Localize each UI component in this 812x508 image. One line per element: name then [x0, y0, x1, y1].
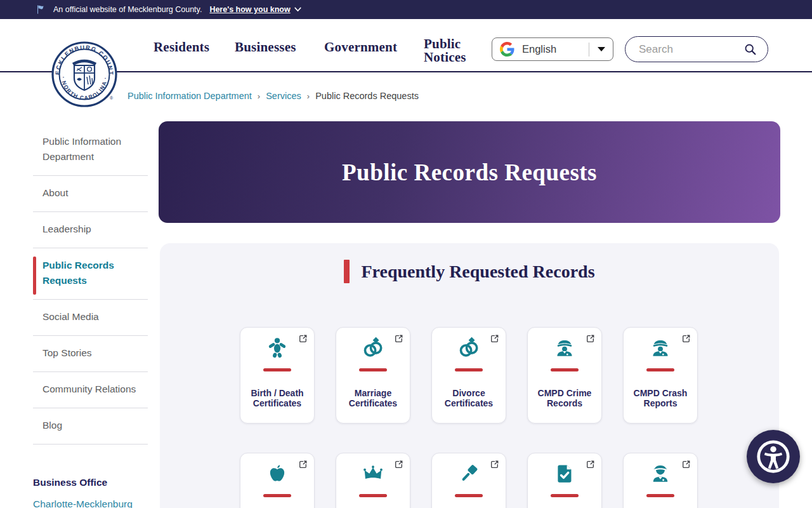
card-accent-divider — [455, 494, 483, 497]
crown-icon — [361, 462, 385, 486]
search-icon[interactable] — [743, 43, 757, 57]
external-link-icon — [681, 459, 691, 470]
sidebar-nav: Public Information Department About Lead… — [33, 124, 148, 444]
site-search — [625, 36, 768, 62]
nav-businesses[interactable]: Businesses — [235, 39, 296, 55]
police-officer-icon — [648, 336, 672, 360]
external-link-icon — [393, 459, 404, 470]
nav-residents[interactable]: Residents — [154, 39, 209, 55]
external-link-icon — [489, 333, 500, 344]
card-apple-record[interactable] — [240, 453, 315, 508]
official-banner: An official website of Mecklenburg Count… — [0, 0, 812, 19]
breadcrumb-current: Public Records Requests — [315, 91, 419, 101]
selected-language: English — [522, 43, 589, 55]
external-link-icon — [681, 333, 691, 344]
heres-how-you-know-link[interactable]: Here's how you know — [209, 5, 301, 14]
nav-public-notices[interactable]: Public Notices — [424, 37, 476, 65]
accessibility-icon — [754, 438, 792, 476]
document-check-icon — [553, 462, 577, 486]
frequently-requested-records-section: Frequently Requested Records Birt — [160, 243, 779, 508]
card-gavel-record[interactable] — [431, 453, 506, 508]
apple-icon — [265, 462, 289, 486]
card-accent-divider — [359, 494, 387, 497]
card-accent-divider — [359, 368, 387, 371]
card-accent-divider — [263, 494, 291, 497]
caret-down-icon[interactable] — [598, 47, 605, 51]
breadcrumb-separator: › — [258, 91, 260, 101]
search-input[interactable] — [639, 43, 743, 56]
business-office-heading: Business Office — [33, 477, 107, 488]
page: An official website of Mecklenburg Count… — [0, 0, 812, 508]
card-accent-divider — [646, 494, 674, 497]
flag-icon — [36, 4, 47, 15]
county-seal-logo[interactable]: MECKLENBURG COUNTY · NORTH CAROLINA · ® — [51, 41, 117, 107]
card-label: Birth / Death Certificates — [248, 388, 306, 408]
card-cmpd-crash-reports[interactable]: CMPD Crash Reports — [623, 327, 698, 424]
external-link-icon — [298, 459, 308, 470]
chevron-down-icon — [294, 7, 301, 12]
card-divorce-certificates[interactable]: Divorce Certificates — [431, 327, 506, 424]
sidebar-item-top-stories[interactable]: Top Stories — [33, 336, 148, 372]
police-officer-icon — [648, 462, 672, 486]
breadcrumb: Public Information Department › Services… — [128, 91, 419, 101]
gavel-icon — [457, 462, 481, 486]
sidebar-item-social-media[interactable]: Social Media — [33, 300, 148, 336]
header-divider — [0, 71, 812, 72]
sidebar-link-charlotte-mecklenburg[interactable]: Charlotte-Mecklenburg — [33, 498, 133, 508]
external-link-icon — [585, 459, 596, 470]
records-card-grid: Birth / Death Certificates Marriage Cert… — [240, 327, 699, 508]
wedding-rings-icon — [457, 336, 481, 360]
breadcrumb-public-information-department[interactable]: Public Information Department — [128, 91, 252, 101]
official-text: An official website of Mecklenburg Count… — [53, 5, 202, 14]
google-logo-icon — [500, 42, 514, 57]
svg-text:®: ® — [110, 96, 114, 100]
sidebar-item-public-records-requests[interactable]: Public Records Requests — [33, 248, 148, 300]
external-link-icon — [585, 333, 596, 344]
card-crown-record[interactable] — [336, 453, 410, 508]
card-marriage-certificates[interactable]: Marriage Certificates — [336, 327, 410, 424]
language-selector[interactable]: English — [492, 37, 613, 61]
card-document-check-record[interactable] — [527, 453, 602, 508]
card-label: Marriage Certificates — [344, 388, 402, 408]
wedding-rings-icon — [361, 336, 385, 360]
police-officer-icon — [553, 336, 577, 360]
external-link-icon — [489, 459, 500, 470]
hero-banner: Public Records Requests — [159, 121, 780, 223]
nav-government[interactable]: Government — [324, 39, 397, 55]
baby-icon — [265, 336, 289, 360]
card-accent-divider — [551, 494, 579, 497]
breadcrumb-services[interactable]: Services — [266, 91, 301, 101]
external-link-icon — [393, 333, 404, 344]
card-label: Divorce Certificates — [440, 388, 498, 408]
breadcrumb-separator: › — [307, 91, 310, 101]
card-cmpd-crime-records[interactable]: CMPD Crime Records — [527, 327, 602, 424]
card-accent-divider — [646, 368, 674, 371]
sidebar-item-blog[interactable]: Blog — [33, 408, 148, 444]
accessibility-widget-button[interactable] — [747, 430, 800, 483]
mecklenburg-county-seal-icon: MECKLENBURG COUNTY · NORTH CAROLINA · ® — [51, 41, 117, 107]
section-heading: Frequently Requested Records — [361, 262, 594, 282]
card-police-record[interactable] — [623, 453, 698, 508]
card-label: CMPD Crime Records — [535, 388, 594, 408]
page-title: Public Records Requests — [342, 159, 597, 186]
card-accent-divider — [455, 368, 483, 371]
external-link-icon — [298, 333, 308, 344]
sidebar-item-public-information-department[interactable]: Public Information Department — [33, 124, 148, 176]
card-birth-death-certificates[interactable]: Birth / Death Certificates — [240, 327, 315, 424]
sidebar-item-about[interactable]: About — [33, 176, 148, 212]
section-heading-row: Frequently Requested Records — [160, 260, 779, 283]
card-accent-divider — [551, 368, 579, 371]
sidebar-item-community-relations[interactable]: Community Relations — [33, 372, 148, 408]
card-accent-divider — [263, 368, 291, 371]
heading-accent-bar — [344, 260, 350, 283]
sidebar-item-leadership[interactable]: Leadership — [33, 212, 148, 248]
card-label: CMPD Crash Reports — [631, 388, 690, 408]
selector-divider — [589, 43, 589, 57]
